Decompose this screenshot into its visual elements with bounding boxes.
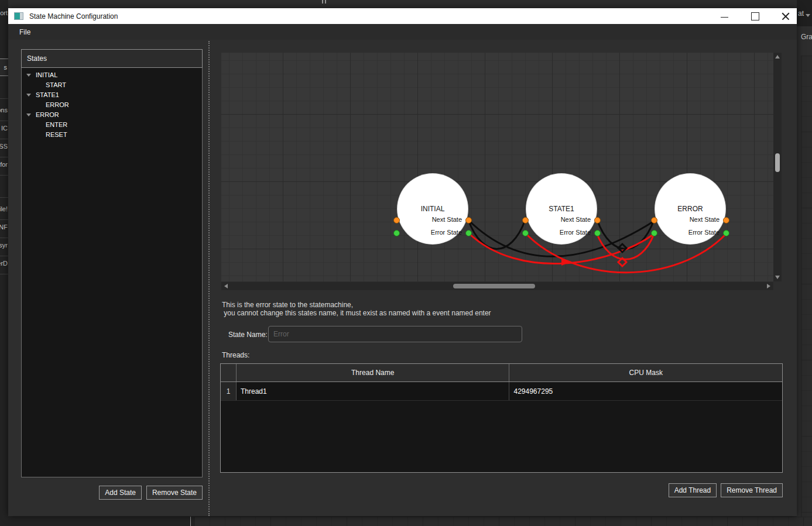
vertical-scrollbar[interactable] (773, 53, 782, 281)
divider (0, 256, 8, 256)
error-state-description: This is the error state to the statemach… (222, 301, 491, 317)
port-error-in-error[interactable] (651, 230, 657, 236)
background-fragment: gerD (0, 260, 8, 267)
expand-arrow-icon[interactable] (26, 94, 31, 97)
add-thread-button[interactable]: Add Thread (669, 483, 717, 497)
scroll-right-icon[interactable] (767, 284, 770, 288)
background-bottom-strip (8, 517, 812, 526)
port-next-in-state1[interactable] (522, 217, 529, 224)
title-bar[interactable]: State Machine Configuration (8, 8, 797, 24)
remove-thread-button[interactable]: Remove Thread (721, 483, 783, 497)
port-error-out-error[interactable] (723, 230, 729, 236)
horizontal-scroll-handle[interactable] (453, 284, 535, 288)
port-next-in-error[interactable] (651, 217, 657, 224)
divider (0, 175, 8, 176)
scroll-down-icon[interactable] (775, 276, 780, 279)
expand-arrow-icon[interactable] (26, 74, 31, 77)
diamond-marker-error (618, 258, 626, 266)
background-left-panel: ort s ons IC SS efor File! DNF Asyr gerD (0, 0, 8, 526)
remove-state-button[interactable]: Remove State (146, 486, 203, 500)
tree-item-start[interactable]: START (22, 80, 202, 90)
link-error-state1-error[interactable] (597, 233, 654, 259)
link-next-initial-state1[interactable] (468, 220, 525, 249)
row-number[interactable]: 1 (221, 382, 237, 400)
background-fragment: ons (0, 106, 8, 114)
background-grid (194, 517, 812, 526)
background-right-panel: at Gra (797, 0, 812, 526)
table-corner-cell (221, 364, 237, 381)
port-next-in-initial[interactable] (393, 217, 400, 224)
column-header-thread-name[interactable]: Thread Name (237, 364, 510, 381)
decorative-mark (325, 0, 326, 4)
table-header-row: Thread Name CPU Mask (221, 364, 782, 382)
background-fragment: IC (1, 125, 8, 132)
add-state-button[interactable]: Add State (99, 486, 142, 500)
cpu-mask-cell[interactable]: 4294967295 (509, 382, 782, 400)
divider (0, 157, 8, 157)
states-tree[interactable]: INITIAL START STATE1 ERROR ERROR ENTER (21, 68, 203, 477)
divider (0, 274, 8, 274)
tree-item-state1[interactable]: STATE1 (22, 90, 202, 100)
vertical-scroll-handle[interactable] (775, 153, 780, 172)
background-fragment: Gra (801, 33, 812, 41)
panel-splitter[interactable] (208, 41, 210, 516)
tree-item-initial[interactable]: INITIAL (22, 70, 202, 80)
minimize-button[interactable] (718, 10, 731, 23)
tree-item-error[interactable]: ERROR (22, 110, 202, 120)
chevron-down-icon (806, 14, 810, 17)
scroll-up-icon[interactable] (775, 55, 780, 59)
port-next-out-state1[interactable] (594, 217, 601, 224)
background-fragment: File! (0, 205, 8, 212)
state-node-initial[interactable]: INITIAL Next State Error State (398, 174, 468, 244)
menu-file[interactable]: File (16, 27, 34, 37)
port-error-out-state1[interactable] (594, 230, 601, 236)
background-fragment: Asyr (0, 242, 8, 249)
decorative-mark (322, 0, 323, 4)
background-grid (801, 56, 812, 526)
thread-name-cell[interactable]: Thread1 (237, 382, 510, 400)
state-graph-canvas[interactable]: INITIAL Next State Error State STATE1 Ne… (221, 53, 782, 281)
port-next-out-initial[interactable] (465, 217, 472, 224)
divider (0, 98, 8, 99)
tree-item-reset[interactable]: RESET (22, 130, 202, 140)
background-top-strip (8, 0, 797, 8)
arrow-marker-error (561, 258, 571, 266)
port-error-out-initial[interactable] (465, 230, 472, 236)
background-fragment: SS (0, 143, 8, 150)
port-error-in-state1[interactable] (522, 230, 529, 236)
state-name-input[interactable] (268, 326, 522, 342)
expand-arrow-icon[interactable] (26, 114, 31, 116)
background-fragment: DNF (0, 224, 8, 231)
background-tab-fragment[interactable]: s (0, 59, 8, 76)
window-icon (14, 12, 23, 20)
tree-item-error-event[interactable]: ERROR (22, 100, 202, 110)
divider (0, 197, 8, 198)
state-node-state1[interactable]: STATE1 Next State Error State (526, 174, 597, 244)
column-header-cpu-mask[interactable]: CPU Mask (509, 364, 782, 381)
background-dropdown-fragment[interactable]: at (798, 9, 804, 18)
states-panel-header: States (21, 49, 203, 68)
close-button[interactable] (779, 10, 792, 23)
states-panel: States INITIAL START STATE1 ERROR (21, 49, 203, 477)
background-edge-line (190, 517, 191, 526)
diamond-marker-next (618, 244, 626, 252)
state-machine-configuration-window: State Machine Configuration File States … (8, 8, 797, 516)
background-fragment: ort (0, 9, 8, 16)
connection-links (221, 53, 782, 281)
background-fragment: efor (0, 161, 8, 168)
scroll-left-icon[interactable] (224, 284, 228, 288)
screen: ort s ons IC SS efor File! DNF Asyr gerD… (0, 0, 812, 526)
divider (0, 219, 8, 220)
state-node-error[interactable]: ERROR Next State Error State (655, 174, 725, 244)
maximize-button[interactable] (749, 10, 762, 23)
threads-table[interactable]: Thread Name CPU Mask 1 Thread1 429496729… (220, 363, 783, 473)
threads-label: Threads: (222, 351, 249, 359)
horizontal-scrollbar[interactable] (221, 282, 773, 290)
link-next-state1-error[interactable] (597, 220, 654, 249)
table-row[interactable]: 1 Thread1 4294967295 (221, 382, 782, 401)
port-next-out-error[interactable] (723, 217, 729, 224)
divider (0, 139, 8, 139)
tree-item-enter[interactable]: ENTER (22, 120, 202, 130)
port-error-in-initial[interactable] (393, 230, 400, 236)
divider (0, 121, 8, 121)
